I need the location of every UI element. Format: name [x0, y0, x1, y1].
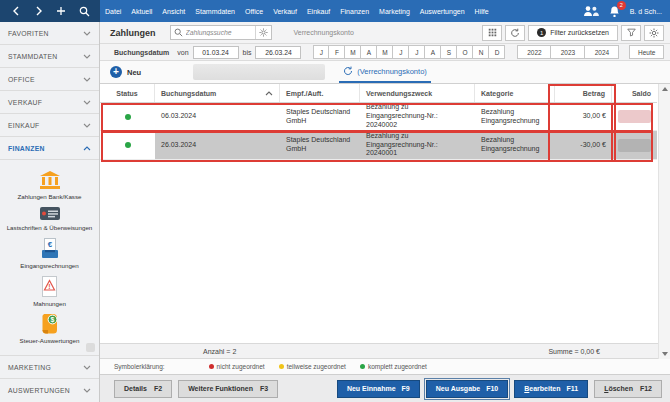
- month-button-feb[interactable]: F: [329, 45, 345, 59]
- bis-label: bis: [243, 49, 252, 56]
- row-count: Anzahl = 2: [203, 348, 236, 355]
- settings-gear-icon[interactable]: [644, 25, 664, 41]
- column-empf-auft[interactable]: Empf./Auft.: [280, 84, 360, 102]
- sum-total: Summe = 0,00 €: [548, 348, 600, 355]
- more-functions-button[interactable]: Weitere Funktionen F3: [178, 380, 278, 398]
- new-income-button[interactable]: Neu Einnahme F9: [337, 380, 420, 398]
- vertical-scrollbar[interactable]: [658, 84, 670, 359]
- cell-payee: Staples Deutschland GmbH: [280, 103, 360, 130]
- notifications-bell-icon[interactable]: 2: [609, 5, 620, 18]
- month-button-mai[interactable]: M: [377, 45, 393, 59]
- red-dot-icon: [209, 364, 214, 369]
- column-kategorie[interactable]: Kategorie: [475, 84, 555, 102]
- column-buchungsdatum[interactable]: Buchungsdatum: [155, 84, 280, 102]
- sidebar-section-stammdaten[interactable]: STAMMDATEN: [0, 45, 99, 68]
- month-button-jul[interactable]: J: [409, 45, 425, 59]
- payment-search[interactable]: [170, 25, 272, 40]
- add-icon[interactable]: [54, 4, 68, 18]
- search-options-gear-icon[interactable]: [255, 26, 271, 39]
- menu-einkauf[interactable]: Einkauf: [302, 8, 335, 15]
- sidebar-section-office[interactable]: OFFICE: [0, 68, 99, 91]
- chevron-down-icon: [83, 77, 91, 82]
- tab-verrechnungskonto[interactable]: (Verrechnungskonto): [339, 61, 431, 83]
- sidebar-item-mahnungen[interactable]: ! Mahnungen: [0, 276, 99, 307]
- month-button-jan[interactable]: J: [313, 45, 329, 59]
- delete-button[interactable]: Löschen F12: [594, 380, 662, 398]
- month-button-mar[interactable]: M: [345, 45, 361, 59]
- month-button-apr[interactable]: A: [361, 45, 377, 59]
- filter-reset-button[interactable]: 1 Filter zurücksetzen: [528, 25, 618, 41]
- sidebar-item-zahlungen-bank-kasse[interactable]: Zahlungen Bank/Kasse: [0, 171, 99, 200]
- menu-ansicht[interactable]: Ansicht: [157, 8, 190, 15]
- user-account[interactable]: B. d Sch...: [630, 8, 662, 15]
- menu-finanzen[interactable]: Finanzen: [335, 8, 374, 15]
- grid-view-icon[interactable]: [482, 25, 502, 41]
- top-menu-bar: Datei Aktuell Ansicht Stammdaten Office …: [0, 0, 670, 22]
- column-status[interactable]: Status: [100, 84, 155, 102]
- menu-office[interactable]: Office: [240, 8, 268, 15]
- month-button-jun[interactable]: J: [393, 45, 409, 59]
- edit-button[interactable]: Bearbeiten F11: [514, 380, 588, 398]
- verrechnungskonto-label: Verrechnungskonto: [294, 29, 354, 36]
- filter-funnel-icon[interactable]: [621, 25, 641, 41]
- search-icon: [171, 28, 186, 37]
- month-button-sep[interactable]: S: [441, 45, 457, 59]
- search-icon[interactable]: [77, 4, 91, 18]
- new-button[interactable]: + Neu: [110, 61, 141, 83]
- svg-text:!: !: [48, 282, 50, 289]
- today-button[interactable]: Heute: [629, 45, 664, 59]
- details-button[interactable]: Details F2: [114, 380, 172, 398]
- warning-document-icon: !: [41, 276, 58, 297]
- year-button-2023[interactable]: 2023: [551, 45, 585, 59]
- sidebar-item-steuer-auswertungen[interactable]: $ Steuer-Auswertungen: [0, 313, 99, 344]
- toolbar: Zahlungen Verrechnungskonto 1 Filter zur…: [100, 22, 670, 44]
- forward-icon[interactable]: [32, 4, 46, 18]
- scroll-up-icon[interactable]: [662, 87, 668, 91]
- sidebar-section-finanzen[interactable]: FINANZEN: [0, 137, 99, 160]
- date-from-input[interactable]: [193, 46, 239, 59]
- back-icon[interactable]: [9, 4, 23, 18]
- payments-table: Status Buchungsdatum Empf./Auft. Verwend…: [100, 84, 670, 359]
- search-input[interactable]: [186, 29, 255, 36]
- table-empty-area: [100, 160, 670, 343]
- sidebar-section-favoriten[interactable]: FAVORITEN: [0, 22, 99, 45]
- month-button-okt[interactable]: O: [457, 45, 473, 59]
- column-betrag[interactable]: Betrag: [555, 84, 612, 102]
- menu-verkauf[interactable]: Verkauf: [268, 8, 302, 15]
- month-button-dez[interactable]: D: [489, 45, 505, 59]
- date-to-input[interactable]: [255, 46, 301, 59]
- scroll-down-icon[interactable]: [662, 352, 668, 356]
- sidebar-section-marketing[interactable]: MARKETING: [0, 356, 99, 379]
- page-title: Zahlungen: [110, 28, 156, 38]
- refresh-icon[interactable]: [505, 25, 525, 41]
- new-expense-button[interactable]: Neu Ausgabe F10: [426, 380, 509, 398]
- year-button-2022[interactable]: 2022: [517, 45, 551, 59]
- sidebar-section-einkauf[interactable]: EINKAUF: [0, 114, 99, 137]
- von-label: von: [177, 49, 188, 56]
- menu-hilfe[interactable]: Hilfe: [470, 8, 494, 15]
- table-row-selected[interactable]: 26.03.2024 Staples Deutschland GmbH Beza…: [100, 131, 657, 160]
- menu-stammdaten[interactable]: Stammdaten: [190, 8, 240, 15]
- cell-amount: -30,00 €: [555, 131, 612, 159]
- tab-redacted[interactable]: [193, 64, 325, 80]
- finanzen-items: Zahlungen Bank/Kasse Lastschriften & Übe…: [0, 160, 99, 356]
- column-verwendungszweck[interactable]: Verwendungszweck: [360, 84, 475, 102]
- users-icon[interactable]: [583, 5, 599, 17]
- cell-purpose: Bezahlung zu Eingangsrechnung-Nr.: 20240…: [360, 131, 475, 159]
- credit-card-icon: [39, 206, 61, 221]
- column-saldo[interactable]: Saldo: [612, 84, 657, 102]
- menu-auswertungen[interactable]: Auswertungen: [415, 8, 470, 15]
- sidebar-item-eingangsrechnungen[interactable]: € Eingangsrechnungen: [0, 238, 99, 269]
- sidebar-item-lastschriften-ueberweisungen[interactable]: Lastschriften & Überweisungen: [0, 206, 99, 231]
- menu-bar: Datei Aktuell Ansicht Stammdaten Office …: [100, 0, 494, 22]
- table-row[interactable]: 06.03.2024 Staples Deutschland GmbH Beza…: [100, 103, 657, 131]
- month-button-nov[interactable]: N: [473, 45, 489, 59]
- year-button-2024[interactable]: 2024: [585, 45, 619, 59]
- menu-marketing[interactable]: Marketing: [374, 8, 415, 15]
- sidebar-section-auswertungen[interactable]: AUSWERTUNGEN: [0, 379, 99, 402]
- sidebar-section-verkauf[interactable]: VERKAUF: [0, 91, 99, 114]
- month-button-aug[interactable]: A: [425, 45, 441, 59]
- menu-datei[interactable]: Datei: [100, 8, 126, 15]
- menu-aktuell[interactable]: Aktuell: [126, 8, 157, 15]
- legend-label: Symbolerklärung:: [114, 363, 165, 370]
